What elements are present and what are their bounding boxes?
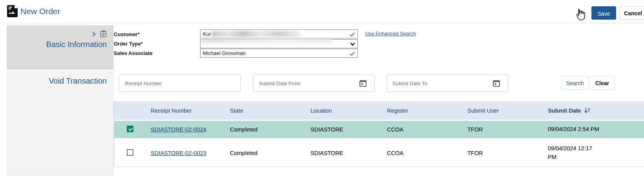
cell-submit-date: 09/04/2024 2:54 PM xyxy=(548,125,602,133)
cell-location: SDIASTORE xyxy=(310,150,387,156)
cell-state: Completed xyxy=(230,150,310,156)
cell-location: SDIASTORE xyxy=(310,126,387,133)
redaction-blur xyxy=(212,31,301,37)
column-header-submit-user[interactable]: Submit User xyxy=(467,108,548,114)
column-header-receipt-number[interactable]: Receipt Number xyxy=(151,108,230,114)
basic-information-panel: Basic Information xyxy=(7,26,113,69)
sales-associate-input[interactable]: Michael Grossman xyxy=(200,49,358,58)
row-checkbox-unchecked[interactable] xyxy=(127,149,133,156)
column-header-register[interactable]: Register xyxy=(387,108,467,114)
receipt-number-link[interactable]: SDIASTORE-02-0024 xyxy=(151,126,206,133)
use-enhanced-search-link[interactable]: Use Enhanced Search xyxy=(365,31,416,36)
sales-associate-value: Michael Grossman xyxy=(203,50,245,56)
submit-date-from-input[interactable] xyxy=(253,75,375,92)
clear-button[interactable]: Clear xyxy=(590,76,615,90)
calendar-icon[interactable] xyxy=(493,79,500,87)
collapse-chevron-right-icon[interactable] xyxy=(91,31,97,37)
sales-associate-valid-checkmark-icon xyxy=(349,51,355,57)
cell-register: CCOA xyxy=(387,150,467,156)
basic-information-title: Basic Information xyxy=(46,40,107,49)
order-document-icon xyxy=(7,5,18,17)
table-header-row: Receipt Number State Location Register S… xyxy=(114,101,644,120)
sales-associate-label: Sales Associate xyxy=(114,50,153,56)
column-header-submit-date[interactable]: Submit Date xyxy=(548,108,603,114)
search-button[interactable]: Search xyxy=(561,76,589,90)
receipt-number-filter-input[interactable] xyxy=(119,75,241,92)
cell-submit-user: TFOR xyxy=(467,150,548,156)
page-title: New Order xyxy=(20,7,60,16)
submit-date-to-input[interactable] xyxy=(387,75,508,92)
table-row[interactable]: SDIASTORE-02-0024 Completed SDIASTORE CC… xyxy=(114,120,644,138)
redaction-blur-strip xyxy=(201,38,331,43)
order-type-label: Order Type* xyxy=(114,41,142,47)
sort-descending-icon xyxy=(584,108,591,114)
cell-submit-date: 09/04/2024 12:17 PM xyxy=(548,144,602,161)
save-button[interactable]: Save xyxy=(591,6,616,20)
void-transaction-title: Void Transaction xyxy=(49,77,107,86)
customer-label: Customer* xyxy=(114,31,140,37)
mouse-cursor-icon xyxy=(573,8,587,21)
customer-valid-checkmark-icon xyxy=(349,31,355,37)
customer-input[interactable]: Kur xyxy=(200,29,358,38)
top-bar: New Order Save Cancel xyxy=(0,0,644,23)
cell-state: Completed xyxy=(230,126,310,133)
void-transactions-table: Receipt Number State Location Register S… xyxy=(114,101,644,167)
dropdown-chevron-icon xyxy=(350,42,355,46)
row-checkbox-checked[interactable] xyxy=(127,126,133,132)
table-row[interactable]: SDIASTORE-02-0023 Completed SDIASTORE CC… xyxy=(114,138,644,166)
cell-register: CCOA xyxy=(387,126,467,133)
cell-submit-user: TFOR xyxy=(467,126,548,133)
column-header-location[interactable]: Location xyxy=(310,108,387,114)
receipt-number-link[interactable]: SDIASTORE-02-0023 xyxy=(151,150,206,156)
cancel-button[interactable]: Cancel xyxy=(619,6,644,20)
calendar-icon[interactable] xyxy=(359,79,367,87)
column-header-state[interactable]: State xyxy=(230,108,310,114)
void-transaction-panel: Void Transaction xyxy=(7,71,113,176)
customer-value: Kur xyxy=(203,31,211,37)
clipboard-icon xyxy=(100,30,107,38)
